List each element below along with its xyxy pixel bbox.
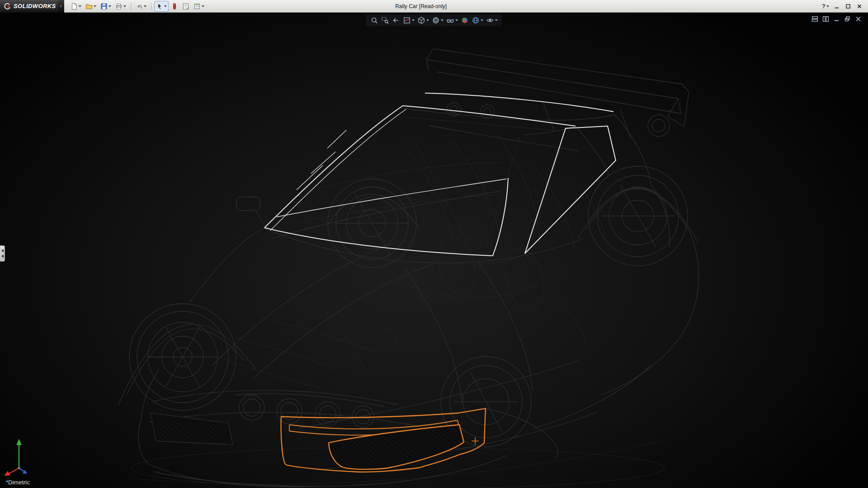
cursor-crosshair xyxy=(472,437,479,445)
window-controls: ? xyxy=(821,2,868,10)
view-orientation-label: *Dimetric xyxy=(6,479,30,486)
undo-button[interactable] xyxy=(134,1,148,12)
document-window-controls xyxy=(811,15,863,23)
window-title: Rally Car [Read-only] xyxy=(395,3,447,9)
help-button[interactable]: ? xyxy=(821,2,830,10)
solidworks-logo: SOLIDWORKS xyxy=(0,0,58,13)
new-document-icon xyxy=(71,3,78,10)
print-icon xyxy=(115,3,123,10)
view-orientation-cube-icon xyxy=(417,16,425,24)
section-view-icon xyxy=(403,16,411,24)
triad-z-axis xyxy=(19,468,27,474)
collapse-arrow-icon xyxy=(1,254,4,258)
display-style-icon xyxy=(432,16,440,24)
tile-horizontal-button[interactable] xyxy=(811,15,819,23)
close-icon xyxy=(857,4,862,9)
highlighted-edges xyxy=(264,93,616,256)
zoom-to-fit-icon xyxy=(370,16,378,24)
solidworks-logo-icon xyxy=(4,3,11,10)
section-view-button[interactable] xyxy=(402,15,415,25)
triad-origin xyxy=(18,467,20,469)
previous-view-button[interactable] xyxy=(391,15,401,25)
triad-y-axis xyxy=(16,439,22,468)
save-icon xyxy=(100,3,108,10)
file-properties-icon xyxy=(182,3,189,10)
standard-toolbar xyxy=(69,1,206,12)
edit-appearance-ball-icon xyxy=(461,16,469,24)
brand-name: SOLIDWORKS xyxy=(14,3,56,9)
minimize-document-icon xyxy=(833,16,840,22)
car-body-wireframe xyxy=(118,49,699,487)
options-icon xyxy=(193,3,201,10)
tile-horizontal-icon xyxy=(811,16,818,22)
menu-expand-chevron-icon[interactable]: › xyxy=(58,0,64,13)
save-button[interactable] xyxy=(99,1,113,12)
maximize-icon xyxy=(845,4,851,9)
graphics-area[interactable]: *Dimetric xyxy=(0,13,868,488)
display-style-button[interactable] xyxy=(431,15,444,25)
restore-document-button[interactable] xyxy=(843,15,852,23)
minimize-button[interactable] xyxy=(832,2,842,10)
maximize-button[interactable] xyxy=(843,2,853,10)
print-button[interactable] xyxy=(113,1,128,12)
apply-scene-globe-icon xyxy=(472,16,480,24)
edit-appearance-button[interactable] xyxy=(460,15,470,25)
collapse-arrow-icon xyxy=(1,249,4,253)
apply-scene-button[interactable] xyxy=(471,15,484,25)
tile-vertical-button[interactable] xyxy=(821,15,830,23)
open-folder-icon xyxy=(85,3,93,10)
car-interior-wireframe xyxy=(217,117,606,389)
select-cursor-icon xyxy=(156,3,163,10)
previous-view-icon xyxy=(392,16,400,24)
select-button[interactable] xyxy=(154,1,169,12)
zoom-to-area-icon xyxy=(381,16,389,24)
model-viewport-canvas[interactable] xyxy=(0,13,868,488)
rebuild-icon xyxy=(171,3,178,10)
hide-show-glasses-icon xyxy=(446,16,454,24)
zoom-to-area-button[interactable] xyxy=(380,15,390,25)
title-bar: SOLIDWORKS › xyxy=(0,0,868,13)
undo-icon xyxy=(136,3,143,10)
feature-tree-collapse-handle[interactable] xyxy=(0,245,5,262)
view-orientation-button[interactable] xyxy=(416,15,430,25)
triad-x-axis xyxy=(4,468,19,476)
close-button[interactable] xyxy=(854,2,864,10)
minimize-icon xyxy=(834,4,840,9)
new-document-button[interactable] xyxy=(69,1,83,12)
options-button[interactable] xyxy=(192,1,206,12)
view-settings-eye-icon xyxy=(486,16,494,24)
open-button[interactable] xyxy=(84,1,98,12)
hide-show-items-button[interactable] xyxy=(445,15,459,25)
minimize-document-button[interactable] xyxy=(832,15,841,23)
close-document-button[interactable] xyxy=(854,15,863,23)
view-settings-button[interactable] xyxy=(485,15,499,25)
restore-document-icon xyxy=(844,16,851,22)
close-document-icon xyxy=(855,16,862,22)
file-properties-button[interactable] xyxy=(180,1,191,12)
tile-vertical-icon xyxy=(822,16,829,22)
zoom-to-fit-button[interactable] xyxy=(369,15,379,25)
selected-bumper-outline[interactable] xyxy=(281,408,486,472)
reference-triad xyxy=(3,433,39,476)
solidworks-window: SOLIDWORKS › xyxy=(0,0,868,488)
heads-up-view-toolbar xyxy=(366,14,502,26)
rebuild-button[interactable] xyxy=(169,1,180,12)
